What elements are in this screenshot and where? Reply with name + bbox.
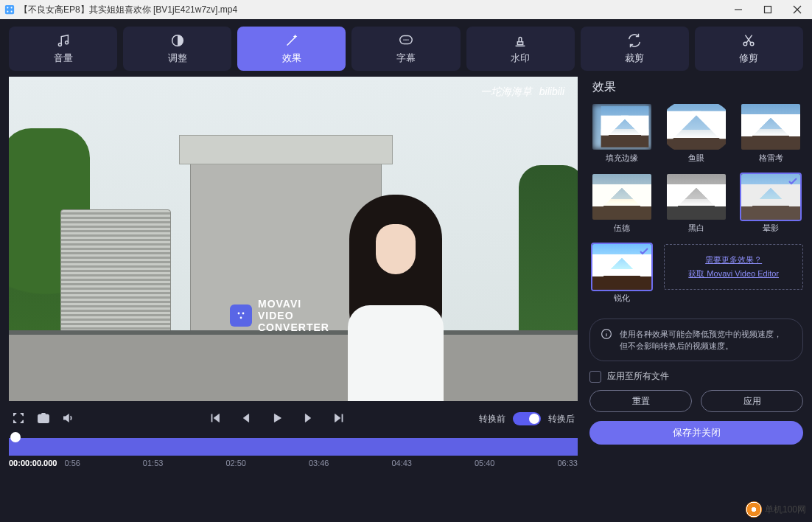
fullscreen-button[interactable] [12,411,25,427]
maximize-button[interactable] [753,0,783,19]
mute-button[interactable] [62,411,75,427]
svg-point-19 [238,313,240,315]
before-label: 转换前 [479,413,505,425]
tab-volume-label: 音量 [54,52,73,65]
tab-subtitles[interactable]: 字幕 [351,27,460,71]
after-label: 转换后 [548,413,575,425]
svg-point-1 [7,7,8,8]
svg-rect-6 [765,7,771,13]
next-marker-button[interactable] [332,411,346,427]
app-icon [4,4,15,15]
apply-all-label: 应用至所有文件 [607,370,669,383]
svg-point-17 [744,42,748,46]
tab-crop[interactable]: 裁剪 [581,27,689,71]
titlebar: 【不良女高EP8】其实姐姐喜欢你 [BV1jE421w7zv].mp4 [0,0,812,19]
app-watermark: MOVAVIVIDEOCONVERTER [230,298,329,333]
svg-point-3 [7,11,8,13]
before-after-toggle[interactable] [513,412,541,425]
svg-point-9 [58,43,61,46]
prev-marker-button[interactable] [209,411,222,427]
tab-volume[interactable]: 音量 [9,27,117,71]
svg-point-21 [240,317,242,319]
notice: 使用各种效果可能会降低预览中的视频速度，但不会影响转换后的视频速度。 [589,319,803,361]
effect-fisheye[interactable]: 鱼眼 [664,104,728,164]
check-icon [788,176,798,187]
timeline-track[interactable] [9,438,578,456]
tab-effects[interactable]: 效果 [237,27,346,71]
video-preview: MOVAVIVIDEOCONVERTER 一坨海海草bilibili [9,77,578,401]
svg-point-13 [403,39,405,41]
effect-sharpen[interactable]: 锐化 [589,244,654,304]
music-note-icon [55,32,71,49]
disc-icon [746,501,762,518]
window-title: 【不良女高EP8】其实姐姐喜欢你 [BV1jE421w7zv].mp4 [19,4,724,16]
play-button[interactable] [270,411,284,427]
tab-watermark-label: 水印 [511,52,530,65]
apply-button[interactable]: 应用 [701,390,803,412]
save-close-button[interactable]: 保存并关闭 [589,421,803,445]
tab-trim-label: 修剪 [739,52,758,65]
svg-point-23 [41,417,45,420]
panel-title: 效果 [592,80,803,95]
apply-all-checkbox[interactable] [589,371,601,383]
tab-effects-label: 效果 [282,52,301,65]
tab-trim[interactable]: 修剪 [695,27,803,71]
effect-wood[interactable]: 伍德 [589,174,654,234]
video-attribution: 一坨海海草bilibili [480,86,564,99]
effect-greco[interactable]: 格雷考 [739,104,803,164]
timecode: 00:00:00.000 [9,459,57,467]
close-button[interactable] [783,0,812,19]
timeline-ticks: 0:56 01:53 02:50 03:46 04:43 05:40 06:33 [64,459,578,467]
svg-point-14 [405,39,407,41]
effect-glow[interactable]: 晕影 [739,174,803,234]
minimize-button[interactable] [724,0,753,19]
wand-icon [284,32,300,49]
more-effects-link1[interactable]: 需要更多效果？ [705,254,762,265]
main-toolbar: 音量 调整 效果 字幕 水印 裁剪 修剪 [0,19,812,77]
step-forward-button[interactable] [301,411,315,427]
info-icon [601,328,612,340]
svg-point-15 [407,39,409,41]
timeline[interactable]: 00:00:00.000 0:56 01:53 02:50 03:46 04:4… [9,435,578,467]
timeline-playhead[interactable] [10,432,21,442]
svg-point-20 [242,313,245,315]
svg-rect-0 [5,5,14,14]
effect-fill-edges[interactable]: 填充边缘 [589,104,654,164]
reset-button[interactable]: 重置 [589,390,692,412]
effect-bw[interactable]: 黑白 [664,174,728,234]
tab-watermark[interactable]: 水印 [466,27,575,71]
contrast-icon [169,32,186,49]
more-effects-link2[interactable]: 获取 Movavi Video Editor [688,268,779,279]
snapshot-button[interactable] [37,411,50,427]
svg-point-2 [11,7,13,8]
svg-point-4 [11,11,13,13]
rotate-crop-icon [626,32,643,49]
svg-point-18 [751,42,755,46]
effects-grid: 填充边缘 鱼眼 格雷考 伍德 黑白 晕影 锐化 需要更多效果？ 获取 Movav… [589,104,803,304]
tab-adjust[interactable]: 调整 [123,27,231,71]
step-back-button[interactable] [239,411,253,427]
tab-adjust-label: 调整 [168,52,187,65]
svg-point-10 [65,41,68,44]
scissors-icon [741,32,757,49]
tab-crop-label: 裁剪 [625,52,644,65]
more-effects-box[interactable]: 需要更多效果？ 获取 Movavi Video Editor [664,244,803,290]
subtitle-icon [398,32,414,49]
site-watermark: 单机100网 [746,501,806,518]
check-icon [639,246,649,257]
stamp-icon [512,32,528,49]
tab-subtitles-label: 字幕 [396,52,416,65]
